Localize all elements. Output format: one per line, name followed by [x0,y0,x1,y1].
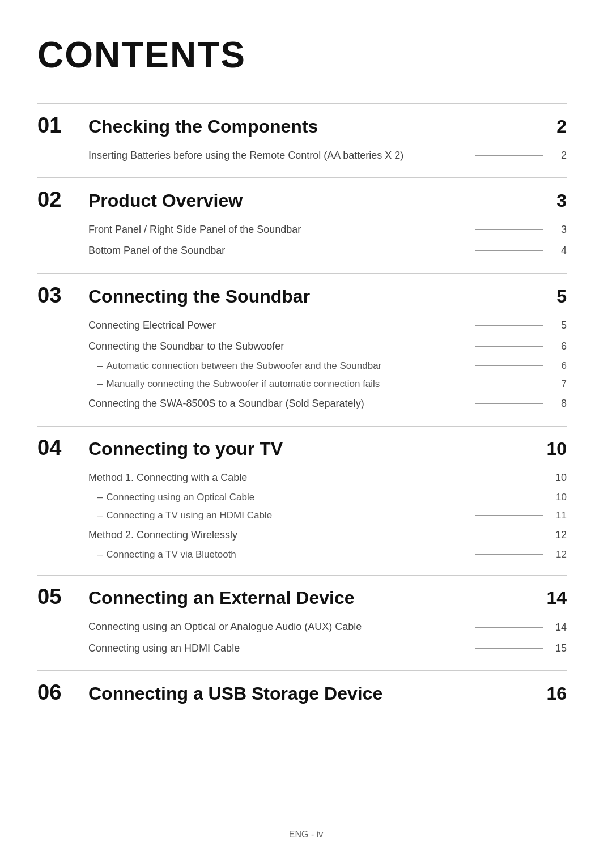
section-number-05: 05 [37,586,88,607]
toc-section-02: 02Product Overview3Front Panel / Right S… [37,177,567,267]
toc-entry: –Connecting using an Optical Cable10 [88,488,567,507]
section-number-02: 02 [37,189,88,210]
section-page-05: 14 [538,588,567,609]
toc-entry-page: 14 [550,622,567,633]
section-page-04: 10 [538,439,567,459]
toc-entry-page: 6 [550,360,567,372]
toc-section-04: 04Connecting to your TV10Method 1. Conne… [37,426,567,569]
toc-entry-page: 5 [550,320,567,331]
toc-entry-page: 3 [550,224,567,236]
page-title: CONTENTS [37,34,567,76]
toc-section-06: 06Connecting a USB Storage Device16 [37,670,567,712]
toc-entry-page: 4 [550,245,567,257]
toc-entry-line [475,478,543,478]
toc-container: 01Checking the Components2Inserting Batt… [37,103,567,712]
toc-entry-text: Connecting using an HDMI Cable [88,641,468,656]
section-page-02: 3 [538,190,567,211]
section-number-03: 03 [37,284,88,306]
toc-entry-page: 7 [550,378,567,390]
toc-entry-text: Connecting the Soundbar to the Subwoofer [88,339,468,354]
toc-entry-text: –Manually connecting the Subwoofer if au… [97,377,468,391]
toc-entry-line [475,229,543,230]
section-title-04: Connecting to your TV [88,439,538,459]
toc-entry-page: 10 [550,492,567,503]
toc-entry: –Automatic connection between the Subwoo… [88,357,567,375]
toc-entry-text: Method 2. Connecting Wirelessly [88,528,468,542]
toc-entry: –Manually connecting the Subwoofer if au… [88,375,567,393]
toc-entry-text: Connecting the SWA-8500S to a Soundbar (… [88,397,468,411]
section-title-06: Connecting a USB Storage Device [88,683,538,704]
toc-entry-page: 12 [550,549,567,560]
toc-entry-text: Inserting Batteries before using the Rem… [88,148,468,163]
toc-entry-line [475,497,543,497]
section-page-01: 2 [538,116,567,137]
toc-entry-text: –Connecting a TV using an HDMI Cable [97,509,468,522]
toc-entry-text: Bottom Panel of the Soundbar [88,244,468,258]
toc-entry-line [475,384,543,384]
toc-entry-line [475,648,543,649]
toc-entry-text: –Connecting using an Optical Cable [97,491,468,504]
toc-entry-text: Connecting using an Optical or Analogue … [88,620,468,634]
toc-entry: Connecting using an Optical or Analogue … [88,616,567,637]
toc-section-05: 05Connecting an External Device14Connect… [37,575,567,664]
toc-section-01: 01Checking the Components2Inserting Batt… [37,103,567,172]
section-number-01: 01 [37,114,88,136]
toc-section-03: 03Connecting the Soundbar5Connecting Ele… [37,273,567,420]
toc-entry-page: 12 [550,529,567,541]
toc-entry-text: –Connecting a TV via Bluetooth [97,548,468,561]
toc-entry-line [475,403,543,404]
section-page-03: 5 [538,286,567,307]
section-page-06: 16 [538,683,567,704]
toc-entry-text: Connecting Electrical Power [88,318,468,333]
section-number-06: 06 [37,682,88,703]
toc-entry-text: Method 1. Connecting with a Cable [88,471,468,485]
toc-entry: Bottom Panel of the Soundbar4 [88,240,567,261]
toc-entry: Connecting the SWA-8500S to a Soundbar (… [88,393,567,414]
toc-entry-page: 6 [550,341,567,352]
toc-entry: Connecting the Soundbar to the Subwoofer… [88,336,567,357]
toc-entry-line [475,554,543,555]
toc-entry: Front Panel / Right Side Panel of the So… [88,219,567,240]
toc-entry-page: 2 [550,150,567,161]
toc-entry-line [475,250,543,251]
toc-entry-page: 15 [550,643,567,654]
toc-entry-line [475,515,543,516]
toc-entry-text: –Automatic connection between the Subwoo… [97,359,468,373]
toc-entry-line [475,155,543,156]
section-title-01: Checking the Components [88,116,538,137]
toc-entry: Method 1. Connecting with a Cable10 [88,467,567,488]
toc-entry: Connecting using an HDMI Cable15 [88,638,567,659]
toc-entry-page: 11 [550,510,567,521]
section-title-02: Product Overview [88,190,538,211]
toc-entry-line [475,627,543,628]
toc-entry: Method 2. Connecting Wirelessly12 [88,525,567,546]
section-title-05: Connecting an External Device [88,588,538,609]
toc-entry-line [475,365,543,366]
toc-entry: –Connecting a TV using an HDMI Cable11 [88,507,567,525]
toc-entry: –Connecting a TV via Bluetooth12 [88,546,567,564]
toc-entry-line [475,346,543,347]
toc-entry: Connecting Electrical Power5 [88,315,567,336]
toc-entry-page: 8 [550,398,567,410]
toc-entry-line [475,535,543,535]
footer-text: ENG - iv [0,829,612,840]
toc-entry-text: Front Panel / Right Side Panel of the So… [88,223,468,237]
toc-entry-line [475,325,543,326]
section-title-03: Connecting the Soundbar [88,286,538,307]
toc-entry: Inserting Batteries before using the Rem… [88,145,567,166]
toc-entry-page: 10 [550,472,567,484]
section-number-04: 04 [37,437,88,458]
